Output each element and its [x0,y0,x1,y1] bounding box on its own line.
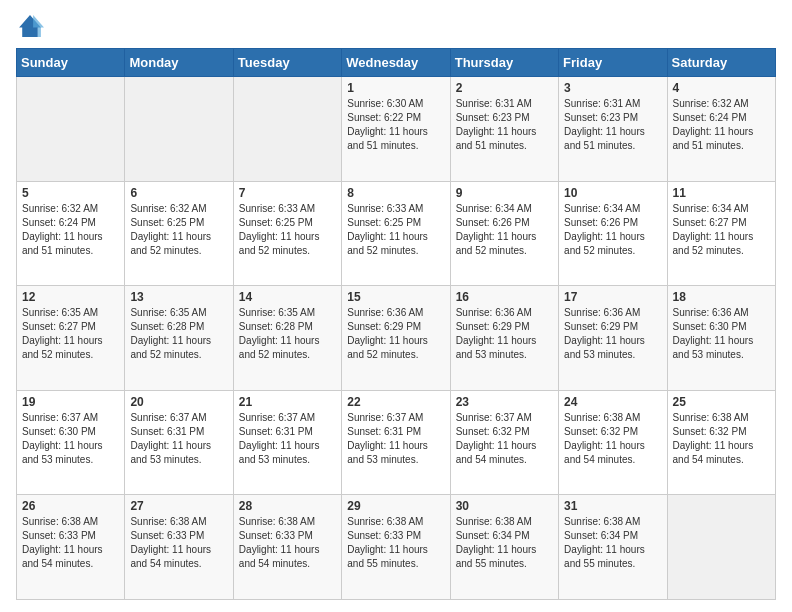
day-number: 6 [130,186,227,200]
day-info: Sunrise: 6:30 AMSunset: 6:22 PMDaylight:… [347,97,444,153]
calendar-cell: 7Sunrise: 6:33 AMSunset: 6:25 PMDaylight… [233,181,341,286]
day-number: 3 [564,81,661,95]
weekday-header-tuesday: Tuesday [233,49,341,77]
calendar-cell: 31Sunrise: 6:38 AMSunset: 6:34 PMDayligh… [559,495,667,600]
day-number: 1 [347,81,444,95]
day-info: Sunrise: 6:35 AMSunset: 6:28 PMDaylight:… [130,306,227,362]
day-number: 7 [239,186,336,200]
day-info: Sunrise: 6:38 AMSunset: 6:33 PMDaylight:… [239,515,336,571]
calendar-cell: 30Sunrise: 6:38 AMSunset: 6:34 PMDayligh… [450,495,558,600]
calendar-cell: 23Sunrise: 6:37 AMSunset: 6:32 PMDayligh… [450,390,558,495]
calendar-cell [233,77,341,182]
day-info: Sunrise: 6:36 AMSunset: 6:29 PMDaylight:… [564,306,661,362]
calendar-cell: 28Sunrise: 6:38 AMSunset: 6:33 PMDayligh… [233,495,341,600]
calendar-cell: 6Sunrise: 6:32 AMSunset: 6:25 PMDaylight… [125,181,233,286]
day-info: Sunrise: 6:38 AMSunset: 6:32 PMDaylight:… [564,411,661,467]
calendar-cell: 15Sunrise: 6:36 AMSunset: 6:29 PMDayligh… [342,286,450,391]
logo-icon [16,12,44,40]
day-info: Sunrise: 6:32 AMSunset: 6:24 PMDaylight:… [673,97,770,153]
calendar-cell: 21Sunrise: 6:37 AMSunset: 6:31 PMDayligh… [233,390,341,495]
day-number: 12 [22,290,119,304]
calendar-cell: 20Sunrise: 6:37 AMSunset: 6:31 PMDayligh… [125,390,233,495]
calendar-cell [125,77,233,182]
calendar-cell: 4Sunrise: 6:32 AMSunset: 6:24 PMDaylight… [667,77,775,182]
day-number: 5 [22,186,119,200]
day-info: Sunrise: 6:37 AMSunset: 6:31 PMDaylight:… [239,411,336,467]
calendar-cell [667,495,775,600]
calendar-cell: 19Sunrise: 6:37 AMSunset: 6:30 PMDayligh… [17,390,125,495]
day-number: 9 [456,186,553,200]
day-info: Sunrise: 6:37 AMSunset: 6:32 PMDaylight:… [456,411,553,467]
day-number: 26 [22,499,119,513]
calendar-table: SundayMondayTuesdayWednesdayThursdayFrid… [16,48,776,600]
header [16,12,776,40]
calendar-cell: 16Sunrise: 6:36 AMSunset: 6:29 PMDayligh… [450,286,558,391]
day-info: Sunrise: 6:38 AMSunset: 6:34 PMDaylight:… [456,515,553,571]
day-info: Sunrise: 6:38 AMSunset: 6:34 PMDaylight:… [564,515,661,571]
day-number: 30 [456,499,553,513]
calendar-cell: 27Sunrise: 6:38 AMSunset: 6:33 PMDayligh… [125,495,233,600]
day-info: Sunrise: 6:32 AMSunset: 6:25 PMDaylight:… [130,202,227,258]
day-number: 23 [456,395,553,409]
day-number: 18 [673,290,770,304]
day-info: Sunrise: 6:38 AMSunset: 6:32 PMDaylight:… [673,411,770,467]
calendar-cell: 2Sunrise: 6:31 AMSunset: 6:23 PMDaylight… [450,77,558,182]
day-number: 15 [347,290,444,304]
day-number: 16 [456,290,553,304]
day-number: 19 [22,395,119,409]
week-row-3: 12Sunrise: 6:35 AMSunset: 6:27 PMDayligh… [17,286,776,391]
weekday-header-monday: Monday [125,49,233,77]
day-info: Sunrise: 6:34 AMSunset: 6:26 PMDaylight:… [564,202,661,258]
calendar-cell [17,77,125,182]
day-number: 24 [564,395,661,409]
calendar-cell: 8Sunrise: 6:33 AMSunset: 6:25 PMDaylight… [342,181,450,286]
day-number: 27 [130,499,227,513]
logo [16,12,48,40]
day-info: Sunrise: 6:34 AMSunset: 6:26 PMDaylight:… [456,202,553,258]
day-info: Sunrise: 6:37 AMSunset: 6:31 PMDaylight:… [130,411,227,467]
page: SundayMondayTuesdayWednesdayThursdayFrid… [0,0,792,612]
day-number: 31 [564,499,661,513]
calendar-cell: 12Sunrise: 6:35 AMSunset: 6:27 PMDayligh… [17,286,125,391]
day-info: Sunrise: 6:38 AMSunset: 6:33 PMDaylight:… [347,515,444,571]
day-number: 13 [130,290,227,304]
day-number: 29 [347,499,444,513]
day-info: Sunrise: 6:33 AMSunset: 6:25 PMDaylight:… [347,202,444,258]
day-info: Sunrise: 6:36 AMSunset: 6:30 PMDaylight:… [673,306,770,362]
day-info: Sunrise: 6:38 AMSunset: 6:33 PMDaylight:… [130,515,227,571]
week-row-5: 26Sunrise: 6:38 AMSunset: 6:33 PMDayligh… [17,495,776,600]
day-number: 22 [347,395,444,409]
day-info: Sunrise: 6:36 AMSunset: 6:29 PMDaylight:… [347,306,444,362]
day-number: 17 [564,290,661,304]
calendar-cell: 9Sunrise: 6:34 AMSunset: 6:26 PMDaylight… [450,181,558,286]
calendar-cell: 11Sunrise: 6:34 AMSunset: 6:27 PMDayligh… [667,181,775,286]
day-number: 11 [673,186,770,200]
day-number: 14 [239,290,336,304]
weekday-header-thursday: Thursday [450,49,558,77]
day-number: 28 [239,499,336,513]
calendar-cell: 5Sunrise: 6:32 AMSunset: 6:24 PMDaylight… [17,181,125,286]
calendar-cell: 14Sunrise: 6:35 AMSunset: 6:28 PMDayligh… [233,286,341,391]
day-info: Sunrise: 6:31 AMSunset: 6:23 PMDaylight:… [456,97,553,153]
calendar-cell: 13Sunrise: 6:35 AMSunset: 6:28 PMDayligh… [125,286,233,391]
calendar-cell: 26Sunrise: 6:38 AMSunset: 6:33 PMDayligh… [17,495,125,600]
day-number: 21 [239,395,336,409]
day-info: Sunrise: 6:32 AMSunset: 6:24 PMDaylight:… [22,202,119,258]
day-number: 4 [673,81,770,95]
day-number: 2 [456,81,553,95]
week-row-1: 1Sunrise: 6:30 AMSunset: 6:22 PMDaylight… [17,77,776,182]
day-number: 8 [347,186,444,200]
day-info: Sunrise: 6:35 AMSunset: 6:27 PMDaylight:… [22,306,119,362]
week-row-2: 5Sunrise: 6:32 AMSunset: 6:24 PMDaylight… [17,181,776,286]
day-number: 20 [130,395,227,409]
calendar-cell: 10Sunrise: 6:34 AMSunset: 6:26 PMDayligh… [559,181,667,286]
day-info: Sunrise: 6:35 AMSunset: 6:28 PMDaylight:… [239,306,336,362]
calendar-cell: 24Sunrise: 6:38 AMSunset: 6:32 PMDayligh… [559,390,667,495]
day-info: Sunrise: 6:37 AMSunset: 6:30 PMDaylight:… [22,411,119,467]
day-info: Sunrise: 6:33 AMSunset: 6:25 PMDaylight:… [239,202,336,258]
day-number: 10 [564,186,661,200]
weekday-header-friday: Friday [559,49,667,77]
day-info: Sunrise: 6:38 AMSunset: 6:33 PMDaylight:… [22,515,119,571]
day-info: Sunrise: 6:36 AMSunset: 6:29 PMDaylight:… [456,306,553,362]
calendar-cell: 3Sunrise: 6:31 AMSunset: 6:23 PMDaylight… [559,77,667,182]
